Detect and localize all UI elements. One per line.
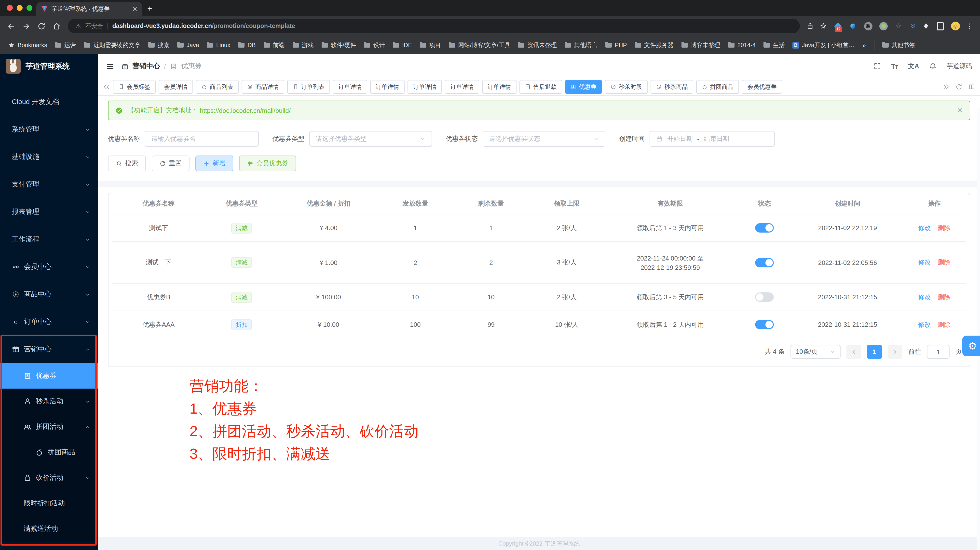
bookmark-folder[interactable]: 资讯未整理	[518, 41, 557, 49]
bookmark-folder[interactable]: 生活	[764, 41, 784, 49]
bookmark-folder[interactable]: 文件服务器	[635, 41, 674, 49]
sidebar-item-full-gift[interactable]: 满减送活动	[0, 516, 98, 542]
extension-diamond-icon[interactable]: 12	[833, 22, 842, 30]
bookmark-folder[interactable]: 运营	[55, 41, 76, 49]
sidebar-item-coupon[interactable]: 优惠券	[0, 363, 98, 388]
scrollbar[interactable]	[977, 108, 980, 550]
browser-tab[interactable]: 芋道管理系统 - 优惠券 ✕	[37, 2, 142, 16]
sidebar-item-product-center[interactable]: Ⓟ商品中心	[0, 281, 98, 308]
tab-订单详情-7[interactable]: 订单详情	[407, 80, 442, 94]
username[interactable]: 芋道源码	[947, 62, 972, 71]
font-size-icon[interactable]: Tт	[891, 63, 899, 70]
search-button[interactable]: 搜索	[108, 155, 146, 171]
extension-pin-icon[interactable]	[848, 22, 857, 30]
sidebar-item-workflow[interactable]: 工作流程	[0, 226, 98, 253]
sidebar-item-flash-discount[interactable]: 限时折扣活动	[0, 491, 98, 516]
close-window-button[interactable]	[7, 5, 13, 11]
sidebar-item-order-center[interactable]: ℮订单中心	[0, 308, 98, 336]
status-toggle[interactable]	[755, 292, 774, 302]
forward-icon[interactable]	[22, 22, 30, 30]
tab-售后退款-10[interactable]: 售后退款	[519, 80, 562, 94]
sidebar-item-cloud-docs[interactable]: Cloud 开发文档	[0, 88, 98, 116]
edit-link[interactable]: 修改	[918, 293, 931, 301]
bookmark-folder[interactable]: 设计	[364, 41, 385, 49]
delete-link[interactable]: 删除	[938, 293, 951, 301]
bookmark-folder[interactable]: 博客未整理	[681, 41, 720, 49]
extension-reader-icon[interactable]	[936, 22, 945, 30]
bookmark-folder[interactable]: 其他语言	[565, 41, 598, 49]
member-coupon-button[interactable]: 会员优惠券	[239, 155, 296, 171]
coupon-type-select[interactable]: 请选择优惠券类型	[309, 131, 432, 147]
bookmark-folder[interactable]: Java	[177, 42, 199, 49]
tab-close-icon[interactable]: ✕	[132, 5, 137, 13]
bookmarks-root[interactable]: Bookmarks	[8, 42, 47, 49]
delete-link[interactable]: 删除	[938, 258, 951, 267]
extension-dot-icon[interactable]	[879, 22, 888, 30]
sidebar-item-member-center[interactable]: 会员中心	[0, 253, 98, 281]
extension-command-icon[interactable]: ⌘	[864, 22, 872, 30]
tab-商品列表-2[interactable]: 商品列表	[196, 80, 239, 94]
fullscreen-icon[interactable]	[874, 62, 881, 70]
tab-秒杀时段-12[interactable]: 秒杀时段	[605, 80, 648, 94]
sidebar-item-bargain[interactable]: 砍价活动	[0, 465, 98, 491]
date-range-picker[interactable]: 开始日期 - 结束日期	[649, 131, 775, 147]
alert-link[interactable]: https://doc.iocoder.cn/mall/build/	[200, 107, 291, 114]
tags-scroll-right-icon[interactable]	[943, 83, 950, 90]
minimize-window-button[interactable]	[17, 5, 22, 11]
status-toggle[interactable]	[755, 258, 774, 267]
sidebar-item-marketing-center[interactable]: 营销中心	[0, 336, 98, 363]
tab-订单详情-6[interactable]: 订单详情	[370, 80, 404, 94]
bookmarks-overflow-icon[interactable]: »	[862, 41, 866, 49]
status-toggle[interactable]	[755, 320, 774, 329]
sidebar-item-system[interactable]: 系统管理	[0, 116, 98, 143]
extensions-puzzle-icon[interactable]	[923, 22, 929, 29]
bookmark-folder[interactable]: 游戏	[293, 41, 314, 49]
bookmark-folder[interactable]: 近期需要读的文章	[84, 41, 140, 49]
delete-link[interactable]: 删除	[938, 223, 951, 232]
edit-link[interactable]: 修改	[918, 320, 931, 329]
sidebar-item-payment[interactable]: 支付管理	[0, 171, 98, 198]
sidebar-item-seckill[interactable]: 秒杀活动	[0, 388, 98, 414]
language-icon[interactable]: 文A	[908, 62, 919, 71]
sidebar-item-report[interactable]: 报表管理	[0, 198, 98, 226]
reset-button[interactable]: 重置	[152, 155, 189, 171]
bookmark-folder[interactable]: 网站/博客/文章/工具	[449, 41, 510, 49]
profile-avatar[interactable]: ☺	[951, 22, 960, 30]
delete-link[interactable]: 删除	[938, 320, 951, 329]
goto-page-input[interactable]: 1	[927, 345, 950, 359]
extension-star-icon[interactable]: ☆	[894, 22, 903, 30]
tab-订单详情-9[interactable]: 订单详情	[482, 80, 517, 94]
address-bar[interactable]: ⚠ 不安全 dashboard-vue3.yudao.iocoder.cn/pr…	[68, 19, 800, 33]
bookmark-folder[interactable]: DB	[238, 42, 256, 49]
tags-scroll-left-icon[interactable]	[103, 83, 110, 90]
add-button[interactable]: 新增	[196, 155, 233, 171]
bookmark-folder[interactable]: 2014-4	[728, 42, 756, 49]
next-page-button[interactable]	[888, 345, 902, 359]
bookmark-folder[interactable]: 搜索	[148, 41, 169, 49]
tab-会员详情-1[interactable]: 会员详情	[159, 80, 193, 94]
new-tab-button[interactable]: +	[147, 4, 152, 14]
bookmark-folder[interactable]: 软件/硬件	[321, 41, 356, 49]
tab-订单详情-8[interactable]: 订单详情	[445, 80, 479, 94]
tab-会员标签-0[interactable]: 会员标签	[113, 80, 156, 94]
sidebar-item-groupbuy[interactable]: 拼团活动	[0, 414, 98, 440]
tab-商品详情-3[interactable]: 商品详情	[242, 80, 284, 94]
tags-refresh-icon[interactable]	[955, 83, 963, 90]
edit-link[interactable]: 修改	[918, 223, 931, 232]
tab-秒杀商品-13[interactable]: 秒杀商品	[651, 80, 693, 94]
layout-columns-icon[interactable]	[968, 83, 975, 90]
coupon-status-select[interactable]: 请选择优惠券状态	[483, 131, 605, 147]
bookmark-star-icon[interactable]	[820, 22, 827, 29]
extension-chevrons-icon[interactable]	[909, 22, 916, 29]
back-icon[interactable]	[7, 22, 15, 30]
reload-icon[interactable]	[37, 22, 46, 30]
collapse-sidebar-icon[interactable]	[106, 62, 115, 70]
tab-拼团商品-14[interactable]: 拼团商品	[696, 80, 739, 94]
prev-page-button[interactable]	[846, 345, 861, 359]
coupon-name-input[interactable]: 请输入优惠券名	[145, 131, 259, 147]
tab-优惠券-11[interactable]: 优惠券	[565, 80, 602, 94]
bookmark-folder[interactable]: Linux	[207, 42, 230, 49]
app-logo[interactable]: 芋道管理系统	[0, 54, 98, 79]
bookmark-folder[interactable]: 前端	[264, 41, 285, 49]
share-icon[interactable]	[807, 22, 813, 29]
